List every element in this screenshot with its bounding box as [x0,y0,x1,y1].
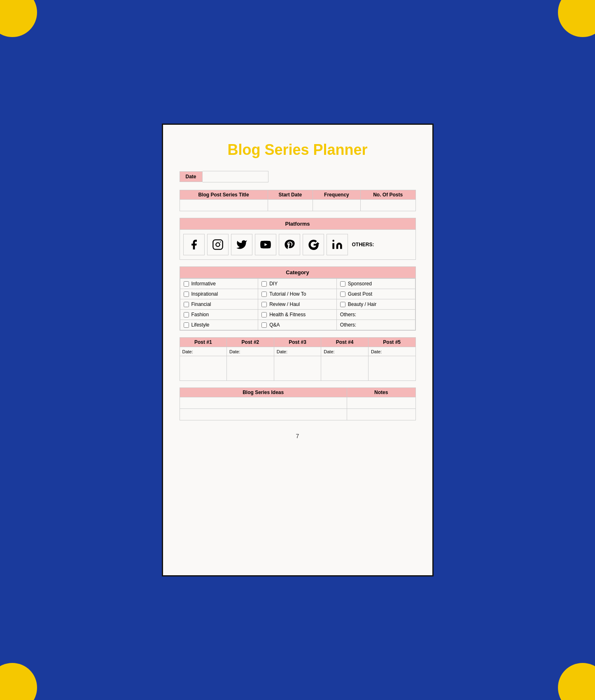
svg-point-1 [216,243,219,246]
category-guestpost[interactable]: Guest Post [337,289,415,299]
post5-header: Post #5 [368,338,415,347]
label-qa: Q&A [269,322,280,328]
planner-page: Blog Series Planner Date Blog Post Serie… [162,124,434,576]
post3-header: Post #3 [274,338,321,347]
checkbox-qa[interactable] [261,322,267,328]
category-grid: Informative DIY Sponsored Inspirational … [180,278,415,330]
corner-decoration-bl [0,663,37,700]
notes-header: Notes [347,388,415,397]
label-others1: Others: [340,312,356,317]
series-noposts-cell[interactable] [360,200,415,211]
post1-content[interactable] [180,356,227,381]
checkbox-beauty[interactable] [340,302,345,307]
series-table: Blog Post Series Title Start Date Freque… [180,190,416,211]
checkbox-review[interactable] [261,302,267,307]
blog-series-cell-2[interactable] [180,409,347,420]
label-beauty: Beauty / Hair [348,301,376,307]
blog-series-ideas-header: Blog Series Ideas [180,388,347,397]
category-header: Category [180,267,415,278]
checkbox-diy[interactable] [261,281,267,287]
series-col-title: Blog Post Series Title [180,190,268,200]
category-qa[interactable]: Q&A [258,320,337,330]
checkbox-inspirational[interactable] [184,292,189,297]
label-informative: Informative [191,281,216,287]
checkbox-sponsored[interactable] [340,281,345,287]
label-financial: Financial [191,301,211,307]
post4-header: Post #4 [321,338,369,347]
post4-date[interactable]: Date: [321,347,369,356]
notes-cell-2[interactable] [347,409,415,420]
category-financial[interactable]: Financial [180,299,259,310]
checkbox-guestpost[interactable] [340,292,345,297]
posts-date-row: Date: Date: Date: Date: Date: [180,347,415,356]
post2-date[interactable]: Date: [227,347,274,356]
category-others1[interactable]: Others: [337,310,415,320]
category-inspirational[interactable]: Inspirational [180,289,259,299]
series-title-cell[interactable] [180,200,268,211]
post1-date[interactable]: Date: [180,347,227,356]
label-review: Review / Haul [269,301,300,307]
instagram-icon[interactable] [207,234,229,255]
svg-rect-4 [332,243,334,249]
category-informative[interactable]: Informative [180,278,259,289]
platforms-icons-row: OTHERS: [180,230,415,259]
date-input-field[interactable] [203,171,268,182]
blog-series-cell-1[interactable] [180,397,347,409]
page-title: Blog Series Planner [180,141,416,159]
category-section: Category Informative DIY Sponsored Inspi… [180,266,416,331]
label-sponsored: Sponsored [348,281,372,287]
series-col-posts: No. Of Posts [360,190,415,200]
post3-content[interactable] [274,356,321,381]
category-diy[interactable]: DIY [258,278,337,289]
category-review[interactable]: Review / Haul [258,299,337,310]
youtube-icon[interactable] [255,234,276,255]
category-health[interactable]: Health & Fitness [258,310,337,320]
pinterest-icon[interactable] [279,234,300,255]
label-tutorial: Tutorial / How To [269,291,306,297]
bottom-row-2 [180,409,415,420]
label-inspirational: Inspirational [191,291,218,297]
twitter-icon[interactable] [231,234,252,255]
category-fashion[interactable]: Fashion [180,310,259,320]
series-start-cell[interactable] [268,200,313,211]
label-guestpost: Guest Post [348,291,372,297]
checkbox-financial[interactable] [184,302,189,307]
posts-content-row [180,356,415,381]
bottom-row-1 [180,397,415,409]
facebook-icon[interactable] [183,234,205,255]
checkbox-fashion[interactable] [184,312,189,317]
checkbox-informative[interactable] [184,281,189,287]
category-others2[interactable]: Others: [337,320,415,330]
category-sponsored[interactable]: Sponsored [337,278,415,289]
others-label: OTHERS: [352,242,412,247]
checkbox-tutorial[interactable] [261,292,267,297]
label-health: Health & Fitness [269,312,306,317]
category-lifestyle[interactable]: Lifestyle [180,320,259,330]
series-freq-cell[interactable] [313,200,361,211]
corner-decoration-tl [0,0,37,37]
platforms-section: Platforms [180,218,416,260]
googleplus-icon[interactable] [303,234,324,255]
checkbox-lifestyle[interactable] [184,322,189,328]
post3-date[interactable]: Date: [274,347,321,356]
post2-header: Post #2 [227,338,274,347]
page-number: 7 [180,433,416,439]
post5-content[interactable] [368,356,415,381]
checkbox-health[interactable] [261,312,267,317]
notes-cell-1[interactable] [347,397,415,409]
post4-content[interactable] [321,356,369,381]
series-col-start: Start Date [268,190,313,200]
bottom-table: Blog Series Ideas Notes [180,387,416,420]
svg-rect-0 [213,240,222,249]
post1-header: Post #1 [180,338,227,347]
corner-decoration-br [558,663,595,700]
category-tutorial[interactable]: Tutorial / How To [258,289,337,299]
date-row: Date [180,171,416,182]
label-lifestyle: Lifestyle [191,322,210,328]
category-beauty[interactable]: Beauty / Hair [337,299,415,310]
post5-date[interactable]: Date: [368,347,415,356]
post2-content[interactable] [227,356,274,381]
svg-point-2 [220,241,221,242]
label-others2: Others: [340,322,356,328]
linkedin-icon[interactable] [327,234,348,255]
